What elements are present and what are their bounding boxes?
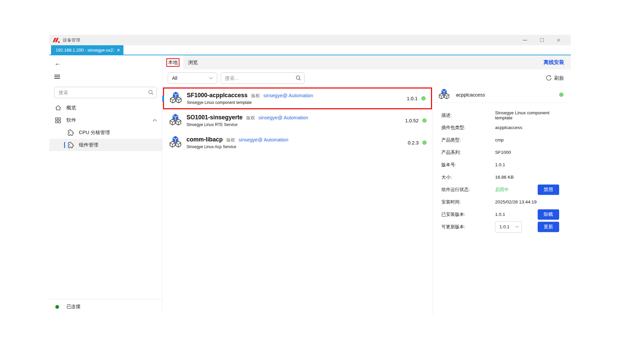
- title-bar: 设备管理 ×: [49, 35, 571, 45]
- filter-dropdown-value: All: [172, 75, 177, 81]
- component-name: comm-libacp: [186, 136, 223, 143]
- vendor-link[interactable]: sinsegye@ Automation: [238, 137, 288, 142]
- list-scroll-indicator[interactable]: [162, 96, 164, 102]
- tab-browse[interactable]: 浏览: [183, 55, 202, 69]
- sidebar-search-input[interactable]: [54, 87, 157, 98]
- connection-status-label: 已连接: [66, 304, 80, 310]
- sidebar-item-component-management[interactable]: 组件管理: [49, 139, 162, 151]
- detail-row-description: 描述: Sinsegye Linux component template: [441, 109, 564, 121]
- minimize-button[interactable]: [521, 37, 529, 44]
- detail-label: 产品类型:: [441, 137, 495, 143]
- detail-row-run-status: 组件运行状态: 启用中 禁用: [441, 183, 564, 196]
- status-dot-icon: [422, 118, 427, 123]
- detail-label: 产品系列:: [441, 149, 495, 156]
- component-version: 0.2.3: [408, 140, 419, 145]
- sidebar-nav: 概览 软件 CPU 分核管理: [49, 102, 162, 151]
- connection-tab[interactable]: 192.168.1.200 - sinsegye-sx21 ×: [51, 45, 123, 55]
- detail-row-install-time: 安装时间: 2025/02/28 13:44:19: [441, 196, 564, 208]
- detail-row-product-series: 产品系列: SF1000: [441, 146, 564, 159]
- detail-label: 安装时间:: [441, 199, 495, 205]
- detail-row-version: 版本号: 1.0.1: [441, 159, 564, 171]
- component-package-icon: [438, 89, 450, 101]
- component-list: SF1000-acpplcaccess 版权 sinsegye@ Automat…: [162, 87, 433, 314]
- component-row-so1001[interactable]: SO1001-sinsegyerte 版权 sinsegye@ Automati…: [164, 110, 432, 131]
- component-description: Sinsegye Linux RTE Service: [186, 122, 308, 127]
- maximize-button[interactable]: [538, 37, 545, 44]
- connection-status: 已连接: [49, 299, 162, 314]
- sidebar-item-label: 软件: [66, 117, 76, 123]
- puzzle-icon: [67, 129, 74, 136]
- status-dot-icon: [559, 93, 564, 97]
- vendor-link[interactable]: sinsegye@ Automation: [263, 93, 313, 98]
- detail-row-installed-version: 已安装版本: 1.0.1 卸载: [441, 208, 564, 221]
- update-version-select[interactable]: 1.0.1: [495, 221, 522, 233]
- puzzle-icon: [67, 142, 74, 148]
- component-row-sf1000[interactable]: SF1000-acpplcaccess 版权 sinsegye@ Automat…: [163, 87, 432, 109]
- sidebar: ← 概览: [49, 55, 162, 314]
- component-package-icon: [169, 114, 182, 127]
- detail-label: 可更新版本:: [441, 224, 495, 230]
- update-version-value: 1.0.1: [499, 224, 509, 229]
- filter-dropdown[interactable]: All: [168, 72, 217, 84]
- sidebar-item-overview[interactable]: 概览: [49, 102, 162, 114]
- copyright-label: 版权: [226, 137, 235, 143]
- refresh-label: 刷新: [554, 75, 564, 81]
- refresh-button[interactable]: 刷新: [546, 75, 564, 82]
- detail-label: 大小:: [441, 174, 495, 180]
- home-icon: [54, 105, 62, 111]
- back-button[interactable]: ←: [54, 59, 63, 67]
- menu-icon[interactable]: [54, 73, 63, 80]
- window-controls: ×: [521, 37, 568, 44]
- tab-close-icon[interactable]: ×: [117, 47, 120, 53]
- offline-install-link[interactable]: 离线安装: [543, 55, 571, 69]
- update-button[interactable]: 更新: [538, 222, 559, 232]
- detail-value: 1.0.1: [495, 162, 505, 167]
- tab-local-label: 本地: [166, 58, 179, 67]
- component-search-input[interactable]: [221, 72, 305, 84]
- sidebar-item-software[interactable]: 软件: [49, 114, 162, 126]
- sidebar-item-cpu-core-management[interactable]: CPU 分核管理: [49, 126, 162, 139]
- search-icon: [296, 75, 301, 82]
- tab-browse-label: 浏览: [188, 59, 198, 66]
- connected-dot-icon: [55, 305, 59, 309]
- chevron-down-icon: [515, 226, 519, 228]
- detail-value: SF1000: [495, 150, 511, 155]
- run-status-value: 启用中: [495, 187, 509, 193]
- list-toolbar: All 刷新: [162, 69, 571, 87]
- detail-row-size: 大小: 16.86 KB: [441, 171, 564, 183]
- copyright-label: 版权: [251, 93, 260, 99]
- chevron-down-icon: [209, 77, 213, 79]
- detail-value: 1.0.1: [495, 212, 505, 217]
- detail-value: 2025/02/28 13:44:19: [495, 199, 537, 204]
- refresh-icon: [546, 75, 552, 82]
- detail-value: acpplcaccess: [495, 125, 522, 130]
- details-component-name: acpplcaccess: [456, 92, 485, 98]
- search-icon: [148, 89, 154, 97]
- chevron-up-icon[interactable]: [153, 119, 157, 122]
- tab-local[interactable]: 本地: [162, 55, 183, 69]
- component-search: [221, 72, 305, 84]
- component-package-icon: [169, 136, 182, 149]
- window-title: 设备管理: [63, 37, 80, 43]
- sidebar-item-label: 组件管理: [79, 142, 98, 148]
- window-close-button[interactable]: ×: [555, 37, 562, 44]
- component-name: SO1001-sinsegyerte: [186, 114, 243, 121]
- copyright-label: 版权: [246, 115, 255, 121]
- vendor-link[interactable]: sinsegye@ Automation: [258, 115, 308, 120]
- device-manager-window: 设备管理 × 192.168.1.200 - sinsegye-sx21 × ←: [49, 35, 571, 314]
- component-row-comm-libacp[interactable]: comm-libacp 版权 sinsegye@ Automation Sins…: [164, 132, 432, 154]
- detail-value: cmp: [495, 137, 504, 142]
- detail-value: Sinsegye Linux component template: [495, 110, 564, 120]
- sidebar-item-label: CPU 分核管理: [79, 129, 110, 136]
- component-version: 1.0.1: [407, 96, 418, 101]
- detail-label: 已安装版本:: [441, 212, 495, 218]
- detail-label: 组件运行状态:: [441, 187, 495, 193]
- detail-row-product-type: 产品类型: cmp: [441, 134, 564, 146]
- detail-label: 描述:: [441, 112, 495, 118]
- app-logo-icon: [53, 37, 60, 43]
- detail-label: 插件包类型:: [441, 125, 495, 131]
- sidebar-search: [54, 87, 157, 98]
- sidebar-item-label: 概览: [66, 105, 76, 111]
- uninstall-button[interactable]: 卸载: [538, 209, 559, 220]
- disable-button[interactable]: 禁用: [538, 184, 559, 195]
